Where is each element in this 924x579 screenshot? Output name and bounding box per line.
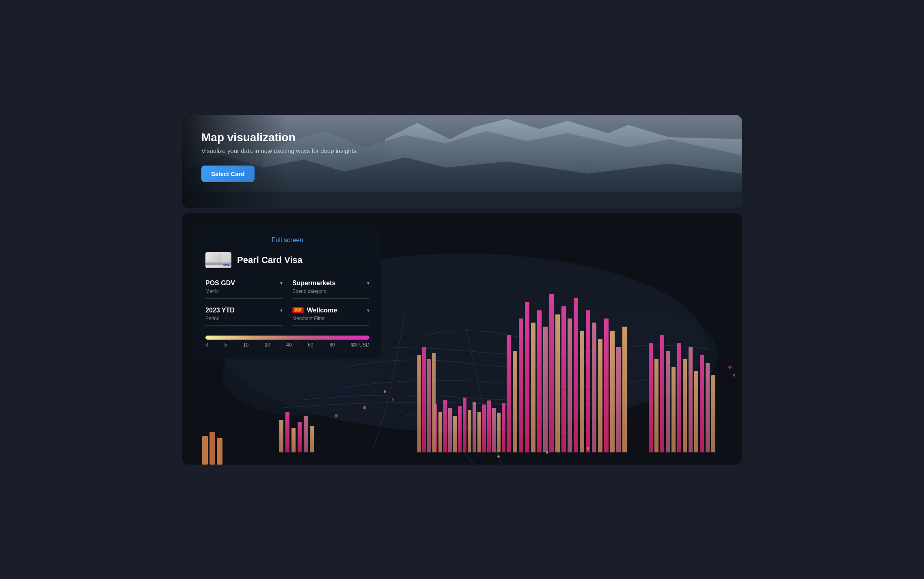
legend-label-40: 40 bbox=[286, 342, 291, 348]
svg-point-69 bbox=[363, 406, 366, 409]
svg-rect-40 bbox=[549, 294, 554, 452]
svg-rect-55 bbox=[660, 335, 664, 452]
svg-rect-29 bbox=[487, 400, 491, 452]
svg-rect-57 bbox=[671, 367, 676, 452]
legend-label-60: 60 bbox=[308, 342, 313, 348]
svg-rect-56 bbox=[666, 351, 670, 452]
hero-title: Map visualization bbox=[201, 131, 358, 144]
svg-point-76 bbox=[546, 451, 548, 454]
spend-category-dropdown[interactable]: Supermarkets ▾ bbox=[292, 280, 369, 287]
svg-rect-17 bbox=[217, 438, 222, 465]
spend-category-chevron-icon: ▾ bbox=[367, 280, 369, 286]
svg-rect-53 bbox=[649, 343, 653, 452]
svg-rect-20 bbox=[443, 400, 447, 452]
period-chevron-icon: ▾ bbox=[280, 308, 283, 313]
svg-rect-49 bbox=[604, 319, 609, 452]
svg-rect-43 bbox=[568, 319, 572, 452]
svg-rect-61 bbox=[694, 371, 698, 452]
svg-rect-48 bbox=[598, 339, 602, 452]
spend-category-value: Supermarkets bbox=[292, 280, 336, 287]
svg-rect-21 bbox=[448, 408, 452, 452]
select-card-button[interactable]: Select Card bbox=[201, 166, 255, 182]
hero-subtitle: Visualize your data in new exciting ways… bbox=[201, 147, 358, 154]
period-label: Period bbox=[205, 316, 283, 321]
svg-rect-25 bbox=[468, 410, 471, 452]
hero-content: Map visualization Visualize your data in… bbox=[182, 115, 378, 198]
svg-rect-13 bbox=[304, 416, 308, 452]
legend-gradient bbox=[205, 336, 369, 340]
svg-rect-64 bbox=[711, 375, 715, 452]
svg-point-72 bbox=[728, 366, 732, 369]
spend-category-label: Spend category bbox=[292, 288, 369, 294]
svg-point-70 bbox=[392, 398, 394, 401]
svg-rect-41 bbox=[555, 314, 560, 452]
legend-label-80: 80 bbox=[330, 342, 335, 348]
merchant-filter-label: Merchant Filter bbox=[292, 316, 369, 321]
full-screen-link[interactable]: Full screen bbox=[205, 237, 369, 244]
svg-rect-10 bbox=[285, 412, 289, 452]
svg-rect-32 bbox=[502, 403, 505, 452]
period-dropdown[interactable]: 2023 YTD ▾ bbox=[205, 307, 283, 314]
merchant-chevron-icon: ▾ bbox=[367, 308, 369, 313]
legend-label-0: 0 bbox=[205, 342, 208, 348]
spend-category-control: Supermarkets ▾ Spend category bbox=[292, 280, 369, 299]
control-panel: Full screen VISA Pearl Card Visa bbox=[194, 225, 381, 359]
card-thumbnail-inner: VISA bbox=[205, 252, 231, 268]
legend-label-10: 10 bbox=[243, 342, 248, 348]
svg-rect-23 bbox=[458, 406, 462, 452]
svg-rect-14 bbox=[310, 426, 314, 452]
hero-banner: Map visualization Visualize your data in… bbox=[182, 115, 742, 208]
svg-rect-59 bbox=[683, 359, 687, 452]
metric-dropdown[interactable]: POS GDV ▾ bbox=[205, 280, 283, 287]
svg-rect-66 bbox=[422, 347, 426, 452]
svg-rect-12 bbox=[298, 422, 302, 452]
svg-rect-33 bbox=[507, 335, 511, 452]
controls-grid: POS GDV ▾ Metric Supermarkets ▾ Spend ca… bbox=[205, 280, 369, 326]
svg-point-71 bbox=[335, 414, 338, 418]
svg-rect-36 bbox=[525, 302, 529, 452]
svg-rect-62 bbox=[700, 355, 704, 452]
svg-rect-27 bbox=[477, 412, 481, 452]
svg-rect-47 bbox=[592, 323, 596, 452]
merchant-filter-dropdown[interactable]: 惠康 Wellcome ▾ bbox=[292, 307, 369, 314]
svg-rect-34 bbox=[513, 351, 517, 452]
svg-rect-46 bbox=[586, 310, 590, 452]
svg-rect-51 bbox=[616, 347, 621, 452]
svg-point-73 bbox=[733, 374, 735, 377]
svg-rect-19 bbox=[438, 412, 442, 452]
period-value: 2023 YTD bbox=[205, 307, 235, 314]
svg-rect-67 bbox=[427, 359, 431, 452]
svg-point-75 bbox=[497, 455, 500, 458]
svg-rect-24 bbox=[463, 398, 466, 452]
legend-label-5: 5 bbox=[224, 342, 227, 348]
svg-rect-15 bbox=[202, 436, 208, 465]
svg-rect-26 bbox=[473, 402, 476, 452]
svg-rect-16 bbox=[209, 432, 215, 465]
map-section: Full screen VISA Pearl Card Visa bbox=[182, 213, 742, 465]
app-wrapper: Map visualization Visualize your data in… bbox=[182, 115, 742, 465]
merchant-filter-control: 惠康 Wellcome ▾ Merchant Filter bbox=[292, 307, 369, 326]
svg-rect-30 bbox=[492, 408, 496, 452]
card-thumbnail: VISA bbox=[205, 252, 231, 268]
metric-label: Metric bbox=[205, 288, 283, 294]
svg-rect-37 bbox=[531, 323, 535, 452]
svg-rect-22 bbox=[453, 416, 457, 452]
metric-control: POS GDV ▾ Metric bbox=[205, 280, 283, 299]
svg-rect-60 bbox=[689, 347, 693, 452]
merchant-logo: 惠康 bbox=[292, 307, 304, 314]
svg-rect-9 bbox=[279, 420, 283, 452]
svg-rect-28 bbox=[482, 405, 486, 452]
svg-rect-58 bbox=[677, 343, 681, 452]
svg-rect-35 bbox=[519, 319, 523, 452]
card-name: Pearl Card Visa bbox=[237, 255, 302, 265]
svg-rect-54 bbox=[654, 359, 658, 452]
svg-rect-63 bbox=[706, 363, 710, 452]
svg-rect-38 bbox=[537, 310, 542, 452]
svg-point-77 bbox=[587, 447, 589, 450]
svg-rect-42 bbox=[561, 306, 566, 452]
legend-labels: 0 5 10 20 40 60 80 $M USD bbox=[205, 342, 369, 348]
svg-rect-11 bbox=[291, 428, 296, 452]
legend-label-20: 20 bbox=[265, 342, 270, 348]
svg-rect-39 bbox=[543, 327, 548, 452]
svg-rect-68 bbox=[432, 353, 436, 452]
